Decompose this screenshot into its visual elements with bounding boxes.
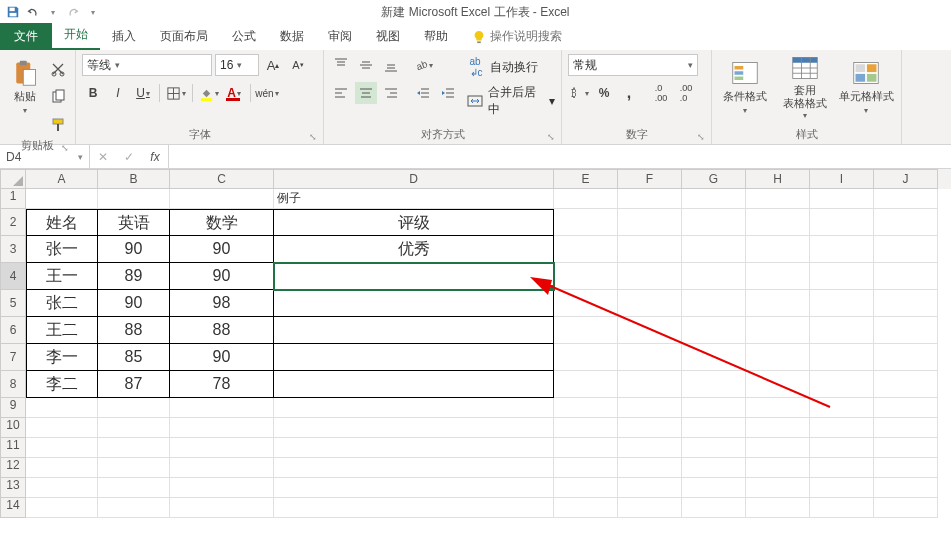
- row-header[interactable]: 7: [0, 344, 26, 371]
- cell[interactable]: [618, 317, 682, 344]
- copy-icon[interactable]: [47, 86, 69, 108]
- cell[interactable]: [554, 236, 618, 263]
- customize-qat-icon[interactable]: ▾: [86, 5, 100, 19]
- cell[interactable]: [274, 418, 554, 438]
- cell[interactable]: [170, 438, 274, 458]
- cell[interactable]: [274, 290, 554, 317]
- cell[interactable]: 90: [170, 263, 274, 290]
- cell[interactable]: [746, 438, 810, 458]
- cell[interactable]: [810, 498, 874, 518]
- cell[interactable]: [746, 263, 810, 290]
- row-header[interactable]: 6: [0, 317, 26, 344]
- col-header[interactable]: B: [98, 169, 170, 189]
- row-header[interactable]: 12: [0, 458, 26, 478]
- cell[interactable]: [26, 418, 98, 438]
- comma-icon[interactable]: ,: [618, 82, 640, 104]
- undo-icon[interactable]: [26, 5, 40, 19]
- cell[interactable]: [618, 478, 682, 498]
- cell[interactable]: [682, 438, 746, 458]
- cell[interactable]: [554, 344, 618, 371]
- cell[interactable]: 88: [98, 317, 170, 344]
- cell[interactable]: [746, 498, 810, 518]
- cell[interactable]: [746, 189, 810, 209]
- cell[interactable]: [274, 344, 554, 371]
- cell[interactable]: [874, 478, 938, 498]
- cell[interactable]: [170, 458, 274, 478]
- select-all-triangle[interactable]: [0, 169, 26, 189]
- cell[interactable]: [26, 458, 98, 478]
- cell[interactable]: [274, 317, 554, 344]
- tab-insert[interactable]: 插入: [100, 23, 148, 50]
- cell[interactable]: [682, 458, 746, 478]
- number-launcher-icon[interactable]: ⤡: [697, 132, 705, 142]
- row-header[interactable]: 1: [0, 189, 26, 209]
- sheet-grid[interactable]: A B C D E F G H I J 1 例子 2 姓名 英语 数学 评级 3…: [0, 169, 951, 550]
- accounting-icon[interactable]: ₿▾: [568, 82, 590, 104]
- paste-button[interactable]: 粘贴 ▾: [6, 54, 43, 120]
- col-header[interactable]: H: [746, 169, 810, 189]
- font-name-select[interactable]: 等线▾: [82, 54, 212, 76]
- cell[interactable]: [274, 458, 554, 478]
- format-as-table-button[interactable]: 套用 表格格式▾: [776, 54, 834, 120]
- cell[interactable]: [26, 398, 98, 418]
- cell[interactable]: 李二: [26, 371, 98, 398]
- cell[interactable]: [874, 236, 938, 263]
- align-launcher-icon[interactable]: ⤡: [547, 132, 555, 142]
- cell[interactable]: [682, 398, 746, 418]
- cell[interactable]: [874, 458, 938, 478]
- cell[interactable]: [682, 209, 746, 236]
- align-middle-icon[interactable]: [355, 54, 377, 76]
- cell[interactable]: [682, 478, 746, 498]
- font-launcher-icon[interactable]: ⤡: [309, 132, 317, 142]
- cell[interactable]: 90: [98, 290, 170, 317]
- cell[interactable]: [810, 344, 874, 371]
- cell[interactable]: 数学: [170, 209, 274, 236]
- cell[interactable]: [554, 418, 618, 438]
- cell[interactable]: 89: [98, 263, 170, 290]
- cell[interactable]: [554, 478, 618, 498]
- align-bottom-icon[interactable]: [380, 54, 402, 76]
- cell[interactable]: [810, 478, 874, 498]
- cell[interactable]: [810, 189, 874, 209]
- col-header[interactable]: I: [810, 169, 874, 189]
- cell[interactable]: [746, 398, 810, 418]
- tab-help[interactable]: 帮助: [412, 23, 460, 50]
- cell[interactable]: 王一: [26, 263, 98, 290]
- border-icon[interactable]: ▾: [165, 82, 187, 104]
- cell[interactable]: 评级: [274, 209, 554, 236]
- cell[interactable]: 87: [98, 371, 170, 398]
- cell[interactable]: [98, 478, 170, 498]
- cell[interactable]: [98, 498, 170, 518]
- underline-button[interactable]: U▾: [132, 82, 154, 104]
- cell[interactable]: 例子: [274, 189, 554, 209]
- cell[interactable]: [618, 438, 682, 458]
- cancel-icon[interactable]: ✕: [90, 146, 116, 168]
- cell[interactable]: 88: [170, 317, 274, 344]
- cell[interactable]: [618, 344, 682, 371]
- cell[interactable]: [554, 317, 618, 344]
- cell[interactable]: [874, 398, 938, 418]
- cell[interactable]: [26, 498, 98, 518]
- increase-font-icon[interactable]: A▴: [262, 54, 284, 76]
- cell[interactable]: [618, 236, 682, 263]
- col-header[interactable]: C: [170, 169, 274, 189]
- merge-center-button[interactable]: 合并后居中▾: [465, 84, 555, 118]
- cell[interactable]: [810, 209, 874, 236]
- cell[interactable]: [746, 371, 810, 398]
- increase-indent-icon[interactable]: [437, 82, 459, 104]
- cell[interactable]: 90: [170, 236, 274, 263]
- cell[interactable]: [554, 438, 618, 458]
- cell[interactable]: [874, 209, 938, 236]
- cell[interactable]: [170, 189, 274, 209]
- decrease-indent-icon[interactable]: [412, 82, 434, 104]
- cell[interactable]: 90: [170, 344, 274, 371]
- cell[interactable]: [554, 189, 618, 209]
- cell[interactable]: [170, 398, 274, 418]
- cell[interactable]: [274, 371, 554, 398]
- col-header[interactable]: E: [554, 169, 618, 189]
- cell[interactable]: [746, 478, 810, 498]
- cell-active[interactable]: [274, 263, 554, 290]
- cell[interactable]: [618, 209, 682, 236]
- cell[interactable]: [810, 438, 874, 458]
- cell[interactable]: [810, 418, 874, 438]
